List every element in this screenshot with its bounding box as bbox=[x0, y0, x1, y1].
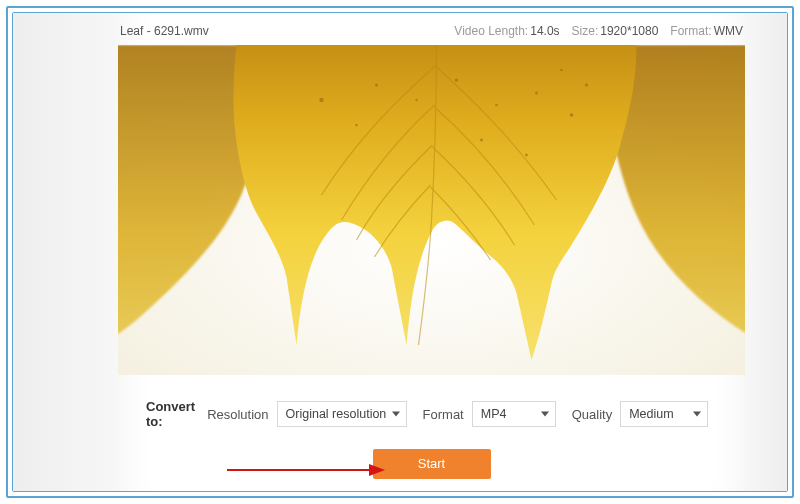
leaf-thumbnail bbox=[118, 45, 745, 375]
svg-point-11 bbox=[585, 83, 588, 86]
format-value: WMV bbox=[714, 24, 743, 38]
file-meta-bar: Leaf - 6291.wmv Video Length: 14.0s Size… bbox=[118, 17, 745, 45]
video-preview bbox=[118, 45, 745, 375]
quality-label: Quality bbox=[572, 407, 612, 422]
size-label: Size: bbox=[572, 24, 599, 38]
bg-shade bbox=[13, 13, 118, 491]
svg-point-7 bbox=[355, 124, 358, 127]
convert-to-label: Convert to: bbox=[146, 399, 195, 429]
format-select[interactable]: MP4 bbox=[472, 401, 556, 427]
format-label: Format: bbox=[670, 24, 711, 38]
svg-point-4 bbox=[495, 104, 498, 107]
size-value: 1920*1080 bbox=[600, 24, 658, 38]
resolution-value: Original resolution bbox=[286, 407, 387, 421]
svg-point-6 bbox=[570, 113, 574, 117]
svg-point-3 bbox=[455, 78, 458, 81]
svg-point-10 bbox=[319, 98, 323, 102]
svg-point-8 bbox=[480, 139, 483, 142]
convert-controls: Convert to: Resolution Original resoluti… bbox=[118, 399, 745, 429]
video-length-label: Video Length: bbox=[454, 24, 528, 38]
svg-point-5 bbox=[535, 92, 538, 95]
chevron-down-icon bbox=[693, 412, 701, 417]
svg-point-12 bbox=[560, 69, 563, 72]
svg-point-2 bbox=[415, 99, 417, 101]
svg-point-9 bbox=[525, 154, 528, 157]
chevron-down-icon bbox=[541, 412, 549, 417]
format-select-value: MP4 bbox=[481, 407, 507, 421]
video-length-value: 14.0s bbox=[530, 24, 559, 38]
inner-frame: Leaf - 6291.wmv Video Length: 14.0s Size… bbox=[12, 12, 788, 492]
chevron-down-icon bbox=[392, 412, 400, 417]
output-format-label: Format bbox=[423, 407, 464, 422]
svg-point-1 bbox=[375, 84, 378, 87]
quality-select-value: Medium bbox=[629, 407, 673, 421]
file-name: Leaf - 6291.wmv bbox=[120, 24, 209, 38]
resolution-label: Resolution bbox=[207, 407, 268, 422]
resolution-select[interactable]: Original resolution bbox=[277, 401, 407, 427]
quality-select[interactable]: Medium bbox=[620, 401, 708, 427]
bg-shade bbox=[745, 13, 787, 491]
converter-panel: Leaf - 6291.wmv Video Length: 14.0s Size… bbox=[118, 13, 745, 491]
start-button[interactable]: Start bbox=[373, 449, 491, 479]
